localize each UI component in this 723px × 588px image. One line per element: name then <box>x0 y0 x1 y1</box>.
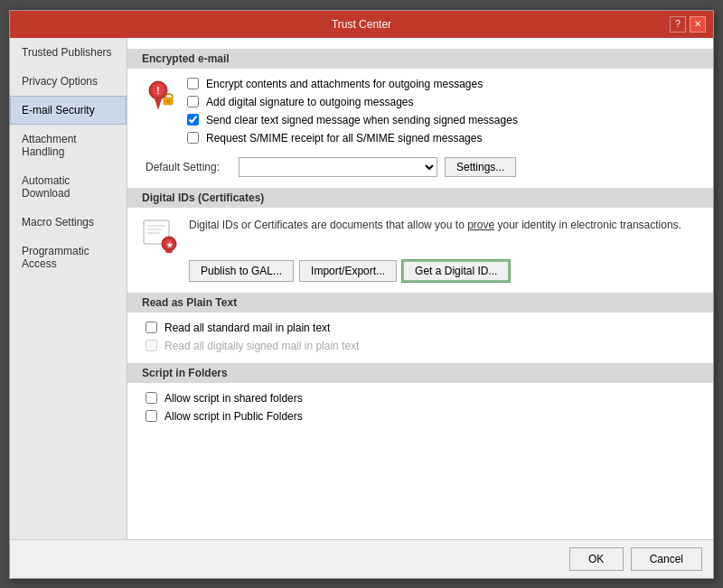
sidebar-item-automatic-download[interactable]: Automatic Download <box>10 166 127 208</box>
read-standard-label: Read all standard mail in plain text <box>164 322 330 334</box>
request-smime-label: Request S/MIME receipt for all S/MIME si… <box>206 132 482 145</box>
digital-ids-header: Digital IDs (Certificates) <box>127 188 713 208</box>
add-digital-sig-checkbox[interactable] <box>187 96 199 107</box>
sidebar-item-programmatic-access[interactable]: Programmatic Access <box>10 237 127 278</box>
allow-public-checkbox[interactable] <box>146 410 157 422</box>
encrypted-email-icon: ! <box>142 78 174 110</box>
encrypt-contents-label: Encrypt contents and attachments for out… <box>206 78 483 90</box>
settings-button[interactable]: Settings... <box>445 157 516 177</box>
read-standard-checkbox[interactable] <box>146 322 157 333</box>
send-clear-text-checkbox[interactable] <box>187 114 199 126</box>
script-in-folders-section: Allow script in shared folders Allow scr… <box>142 392 699 423</box>
checkbox-add-digital-sig: Add digital signature to outgoing messag… <box>183 96 699 108</box>
read-as-plain-section: Read all standard mail in plain text Rea… <box>142 322 699 352</box>
checkbox-send-clear-text: Send clear text signed message when send… <box>183 114 699 126</box>
close-button[interactable]: ✕ <box>690 16 706 33</box>
dialog-body: Trusted Publishers Privacy Options E-mai… <box>10 38 713 539</box>
cancel-button[interactable]: Cancel <box>631 547 702 571</box>
sidebar-item-trusted-publishers[interactable]: Trusted Publishers <box>10 38 127 67</box>
script-in-folders-header: Script in Folders <box>127 363 713 383</box>
svg-text:★: ★ <box>166 241 174 249</box>
title-bar: Trust Center ? ✕ <box>10 11 713 38</box>
checkbox-allow-shared: Allow script in shared folders <box>142 392 699 405</box>
ok-button[interactable]: OK <box>569 547 624 571</box>
title-bar-controls: ? ✕ <box>670 16 706 33</box>
send-clear-text-label: Send clear text signed message when send… <box>206 114 518 126</box>
sidebar-item-macro-settings[interactable]: Macro Settings <box>10 208 127 237</box>
publish-gal-button[interactable]: Publish to GAL... <box>189 260 294 282</box>
sidebar-item-privacy-options[interactable]: Privacy Options <box>10 67 127 96</box>
dialog-footer: OK Cancel <box>10 539 713 578</box>
default-setting-select[interactable] <box>239 157 437 177</box>
main-content: Encrypted e-mail ! <box>127 38 713 539</box>
import-export-button[interactable]: Import/Export... <box>299 260 397 282</box>
digital-id-buttons: Publish to GAL... Import/Export... Get a… <box>189 260 699 282</box>
encrypted-checkboxes: Encrypt contents and attachments for out… <box>183 78 699 150</box>
allow-shared-label: Allow script in shared folders <box>164 392 303 405</box>
allow-shared-checkbox[interactable] <box>146 392 157 404</box>
checkbox-read-standard: Read all standard mail in plain text <box>142 322 699 334</box>
encrypted-email-section: ! Encrypt contents and attachments for o… <box>142 78 699 177</box>
digital-id-section: ★ Digital IDs or Certificates are docume… <box>142 217 699 282</box>
trust-center-dialog: Trust Center ? ✕ Trusted Publishers Priv… <box>9 10 714 579</box>
certificate-icon: ★ <box>142 217 178 253</box>
read-signed-checkbox <box>146 340 157 351</box>
sidebar-item-attachment-handling[interactable]: Attachment Handling <box>10 125 127 166</box>
encrypted-email-header: Encrypted e-mail <box>127 49 713 69</box>
help-button[interactable]: ? <box>670 16 686 33</box>
add-digital-sig-label: Add digital signature to outgoing messag… <box>206 96 413 108</box>
window-title: Trust Center <box>53 18 670 31</box>
sidebar-item-email-security[interactable]: E-mail Security <box>10 96 127 125</box>
default-setting-label: Default Setting: <box>146 161 231 173</box>
encrypt-contents-checkbox[interactable] <box>187 78 199 89</box>
svg-rect-4 <box>167 100 170 103</box>
digital-id-description: Digital IDs or Certificates are document… <box>189 217 681 233</box>
read-as-plain-header: Read as Plain Text <box>127 293 713 313</box>
svg-text:!: ! <box>156 86 159 96</box>
digital-id-content: ★ Digital IDs or Certificates are docume… <box>142 217 699 253</box>
checkbox-read-signed: Read all digitally signed mail in plain … <box>142 340 699 352</box>
get-digital-id-button[interactable]: Get a Digital ID... <box>402 260 510 282</box>
default-setting-row: Default Setting: Settings... <box>142 157 699 177</box>
checkbox-allow-public: Allow script in Public Folders <box>142 410 699 423</box>
read-signed-label: Read all digitally signed mail in plain … <box>164 340 359 352</box>
request-smime-checkbox[interactable] <box>187 132 199 144</box>
checkbox-encrypt-contents: Encrypt contents and attachments for out… <box>183 78 699 90</box>
sidebar: Trusted Publishers Privacy Options E-mai… <box>10 38 127 539</box>
allow-public-label: Allow script in Public Folders <box>164 410 303 423</box>
checkbox-request-smime: Request S/MIME receipt for all S/MIME si… <box>183 132 699 145</box>
